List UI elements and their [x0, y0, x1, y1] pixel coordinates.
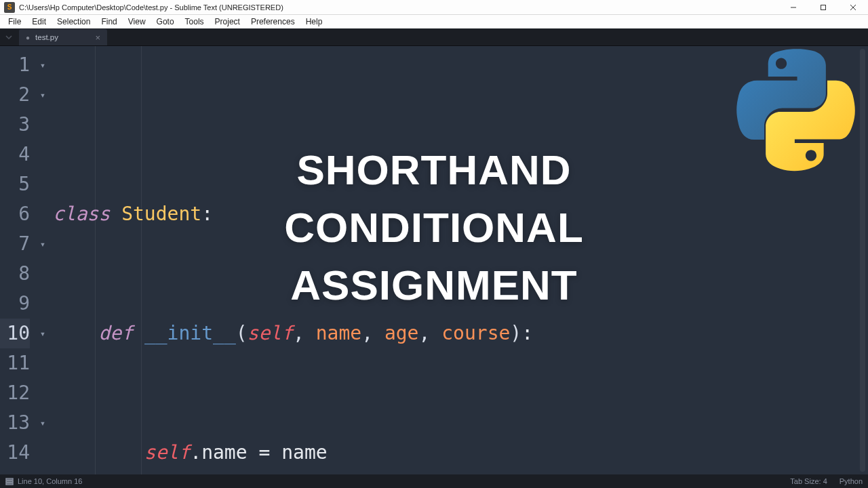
- fold-empty: [37, 199, 49, 229]
- editor[interactable]: 1234567891011121314 ▾▾▾▾▾ class Student:…: [0, 46, 868, 474]
- python-logo-icon: [734, 49, 861, 176]
- line-number: 11: [0, 348, 30, 378]
- line-number: 3: [0, 110, 30, 140]
- line-number: 5: [0, 169, 30, 199]
- menu-edit[interactable]: Edit: [26, 16, 52, 28]
- fold-empty: [37, 289, 49, 319]
- menu-bar: FileEditSelectionFindViewGotoToolsProjec…: [0, 15, 868, 28]
- menu-goto[interactable]: Goto: [151, 16, 180, 28]
- tab-bar: ● test.py ×: [0, 28, 868, 46]
- fold-empty: [37, 348, 49, 378]
- fold-empty: [37, 140, 49, 169]
- fold-empty: [37, 259, 49, 289]
- menu-view[interactable]: View: [123, 16, 151, 28]
- svg-rect-6: [6, 483, 13, 485]
- svg-rect-5: [6, 481, 13, 483]
- svg-rect-4: [6, 479, 13, 480]
- fold-marker-icon[interactable]: ▾: [37, 80, 49, 110]
- line-number: 2: [0, 80, 30, 110]
- fold-empty: [37, 169, 49, 199]
- fold-marker-icon[interactable]: ▾: [37, 50, 49, 80]
- line-number: 13: [0, 408, 30, 438]
- line-number: 1: [0, 50, 30, 80]
- tab-close-icon[interactable]: ×: [95, 33, 100, 43]
- line-number: 12: [0, 378, 30, 408]
- line-number-gutter: 1234567891011121314: [0, 46, 37, 474]
- menu-preferences[interactable]: Preferences: [245, 16, 300, 28]
- line-number: 14: [0, 438, 30, 468]
- os-titlebar: S C:\Users\Hp Computer\Desktop\Code\test…: [0, 0, 868, 15]
- window-close-button[interactable]: [838, 0, 868, 14]
- line-number: 6: [0, 199, 30, 229]
- tab-dirty-dot-icon: ●: [26, 34, 30, 41]
- menu-project[interactable]: Project: [210, 16, 245, 28]
- window-controls: [778, 0, 868, 14]
- menu-find[interactable]: Find: [96, 16, 122, 28]
- window-maximize-button[interactable]: [808, 0, 838, 14]
- fold-empty: [37, 110, 49, 140]
- window-minimize-button[interactable]: [778, 0, 808, 14]
- line-number: 7: [0, 229, 30, 259]
- fold-empty: [37, 438, 49, 468]
- tab-test-py[interactable]: ● test.py ×: [19, 29, 107, 45]
- fold-gutter: ▾▾▾▾▾: [37, 46, 49, 474]
- fold-marker-icon[interactable]: ▾: [37, 408, 49, 438]
- tab-label: test.py: [35, 33, 58, 41]
- fold-marker-icon[interactable]: ▾: [37, 319, 49, 348]
- status-menu-icon[interactable]: [5, 477, 14, 485]
- menu-file[interactable]: File: [3, 16, 26, 28]
- tab-dropdown-icon[interactable]: [0, 28, 18, 45]
- line-number: 9: [0, 289, 30, 319]
- fold-empty: [37, 378, 49, 408]
- app-icon: S: [4, 2, 15, 13]
- line-number: 4: [0, 140, 30, 169]
- kw-class: class: [53, 203, 110, 225]
- line-number: 8: [0, 259, 30, 289]
- menu-tools[interactable]: Tools: [180, 16, 210, 28]
- fn-init: __init__: [144, 322, 236, 344]
- window-title: C:\Users\Hp Computer\Desktop\Code\test.p…: [19, 3, 283, 12]
- menu-help[interactable]: Help: [300, 16, 328, 28]
- menu-selection[interactable]: Selection: [52, 16, 96, 28]
- svg-rect-1: [821, 5, 826, 9]
- fold-marker-icon[interactable]: ▾: [37, 229, 49, 259]
- class-name: Student: [121, 203, 201, 225]
- line-number: 10: [0, 319, 30, 348]
